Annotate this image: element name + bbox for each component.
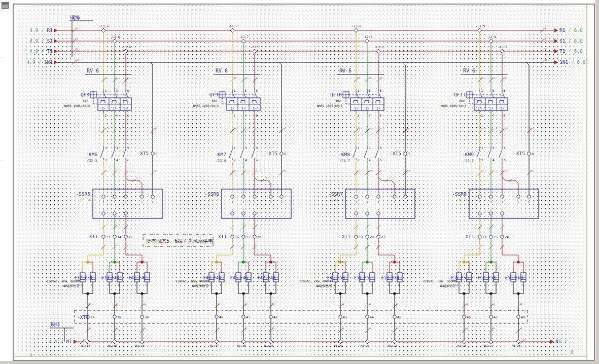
label-E45: -E45	[228, 275, 238, 280]
window-icon[interactable]	[2, 2, 9, 9]
neutral-tap-label: -N1:25	[510, 344, 521, 347]
label-SSR7: -SSR7	[328, 191, 343, 197]
heater-spec: 220VAC, 3KW, 800MM	[175, 279, 208, 283]
cross-reference: /11.8	[208, 198, 219, 202]
wire-number: T1.1	[504, 169, 509, 172]
trip-unit-label: I>	[376, 106, 380, 111]
tap-label: -L3:7	[251, 45, 260, 49]
wire-number: S1	[544, 38, 546, 40]
wire-number: N01	[154, 127, 158, 130]
terminal-circle	[280, 195, 284, 199]
label-KM8: -KM8	[338, 152, 350, 157]
trip-unit-label: I>	[230, 106, 234, 111]
terminal-number: 41	[246, 315, 250, 319]
terminal-circle	[124, 212, 128, 215]
wire-number: N1	[342, 327, 344, 330]
pin-number: 3	[492, 146, 495, 150]
bus-label-left: 4.9 / T1	[29, 48, 53, 54]
breaker-model: NM8S-100S/50/3	[440, 104, 466, 107]
pin-number: 2	[358, 158, 360, 162]
pin-number: 2	[490, 208, 492, 211]
pin-number: 2	[481, 158, 483, 162]
wire-number: R1.0	[358, 127, 363, 130]
terminal-number: 46	[467, 315, 471, 319]
wire-number: T1'	[380, 77, 383, 79]
label-KM9: -KM9	[462, 152, 474, 157]
label-E42: -E42	[136, 275, 147, 280]
pin-number: 6	[504, 158, 506, 162]
terminal-circle	[393, 195, 397, 199]
label-XT1: -XT1	[86, 234, 98, 239]
wire-number: T1.1	[389, 176, 394, 179]
label-QF11: -QF11	[451, 92, 466, 97]
heater-type: 单端加热管	[192, 284, 209, 288]
pin-number: 2	[358, 114, 360, 117]
pin-number: 1	[234, 89, 236, 92]
wire-number: T1	[544, 48, 546, 50]
heater-type: 单端加热管	[63, 284, 80, 288]
terminal-number: 37	[90, 315, 94, 319]
terminal-number: 8	[532, 152, 534, 156]
wire-number: N1	[272, 327, 275, 330]
cross-reference: /11.4	[80, 198, 90, 202]
wire-node	[339, 261, 342, 264]
cross-reference: /23.8	[463, 159, 474, 163]
pin-number: 6	[380, 158, 382, 162]
pin-number: 1	[254, 201, 256, 203]
pin-number: 6	[256, 114, 258, 117]
label-XT5: -XT5	[266, 151, 277, 156]
tap-label: -L2:6	[111, 35, 120, 39]
label-XT1: -XT1	[215, 234, 227, 239]
pin-number: 6	[152, 201, 154, 203]
terminal-circle	[242, 212, 245, 215]
trip-unit-label: I>	[124, 106, 128, 111]
pin-number: 1	[105, 146, 107, 150]
wire-number: T1.0	[380, 127, 385, 130]
label-XT5: -XT5	[137, 151, 149, 156]
pin-number: 2	[125, 208, 127, 211]
label-E46: -E46	[238, 275, 248, 280]
pin-number: 1	[479, 201, 481, 203]
terminal-circle	[140, 315, 144, 319]
wire-node	[242, 261, 245, 264]
cross-reference: /12.3	[332, 198, 343, 202]
wire-number: T1.1	[136, 176, 141, 179]
terminal-number: 44	[370, 315, 374, 319]
pin-number: 5	[270, 201, 272, 203]
pin-number: 2	[114, 208, 116, 211]
prev-page-indicator[interactable]: 4	[29, 353, 32, 358]
terminal-number: 39	[145, 315, 149, 319]
trip-unit-label: I>	[365, 106, 369, 111]
neutral-tap-label: -N1:20	[332, 344, 343, 347]
pin-number: 1	[114, 201, 116, 203]
terminal-circle	[489, 315, 493, 319]
terminal-circle	[102, 195, 105, 199]
label-QF9: -QF9	[206, 92, 218, 97]
pin-number: 2	[105, 158, 107, 162]
pin-number: 4	[245, 158, 247, 162]
tap-label: -L1:8	[352, 24, 362, 28]
terminal-circle	[463, 315, 466, 319]
terminal-circle	[355, 212, 358, 215]
terminal-circle	[377, 212, 380, 215]
terminal-circle	[269, 195, 273, 199]
window-icon-bar	[3, 3, 8, 5]
terminal-circle	[242, 195, 245, 199]
pin-number: 2	[103, 208, 104, 211]
tap-label: -L3:8	[374, 45, 384, 49]
terminal-number: 6	[285, 152, 287, 156]
pin-number: 1	[243, 201, 244, 203]
neutral-tap-label: -N1:21	[359, 344, 370, 347]
wire-number: N1	[218, 327, 221, 330]
schematic-canvas[interactable]: 铜排铜排4.9 / R1R1 / 6.0R1R14.9 / S1S1 / 6.0…	[0, 0, 599, 364]
label-XT5: -XT5	[390, 151, 401, 156]
next-page-indicator[interactable]: 6	[571, 350, 573, 355]
tap-label: -L2:7	[239, 35, 249, 39]
label-QF8: -QF8	[78, 92, 89, 97]
bottom-edge	[0, 361, 599, 364]
terminal-circle	[501, 212, 504, 215]
wire-number: N1	[89, 303, 92, 305]
terminal-circle	[253, 212, 257, 215]
bus-label-right: R1 / 6.0	[559, 27, 583, 33]
label-E59: -E59	[503, 275, 513, 280]
